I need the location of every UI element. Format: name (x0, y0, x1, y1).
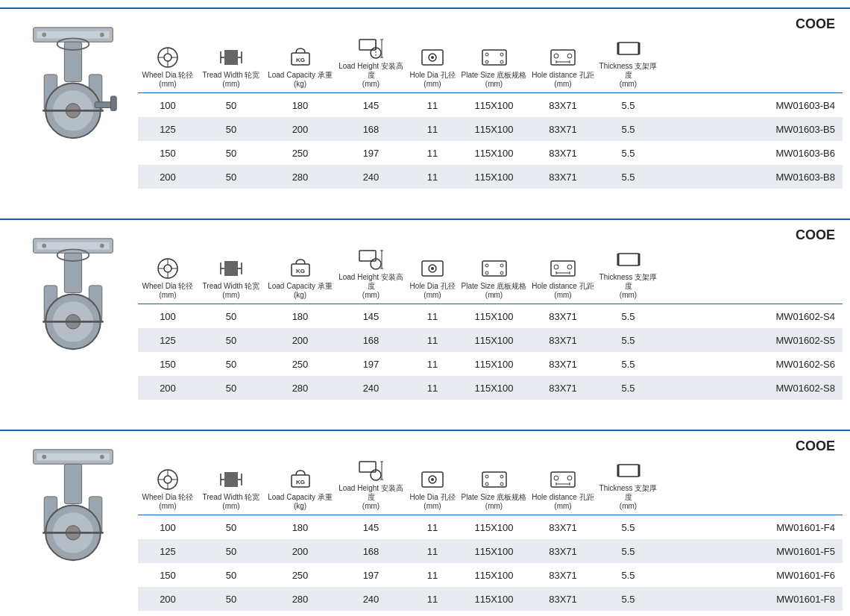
table-cell: 11 (406, 570, 459, 581)
load-capacity-icon: KG (286, 45, 315, 69)
table-cell: 50 (198, 570, 265, 581)
page-wrapper: COOE Wheel Dia 轮径(mm) (0, 0, 850, 616)
col-header-load-2: KG Load Capacity 承重(kg) (265, 257, 336, 300)
col-header-load-1: KG Load Capacity 承重(kg) (265, 45, 336, 89)
cooe-label-2: COOE (796, 227, 843, 246)
header-top-row-2: COOE (138, 227, 843, 246)
svg-point-51 (42, 244, 46, 248)
col-header-wheel-1: Wheel Dia 轮径(mm) (138, 45, 198, 89)
table-cell: 180 (265, 522, 336, 533)
col-header-plate-1: Plate Size 底板规格(mm) (459, 45, 529, 89)
table-cell: 50 (198, 100, 265, 111)
col-header-wheel-3: Wheel Dia 轮径(mm) (138, 468, 198, 511)
col-header-plate-3: Plate Size 底板规格(mm) (459, 468, 529, 511)
table-cell: 100 (138, 522, 198, 533)
table-cell: MW01603-B4 (660, 100, 843, 111)
col-header-tread-1: Tread Width 轮宽(mm) (198, 45, 265, 89)
table-cell: 115X100 (459, 124, 529, 135)
svg-rect-50 (37, 242, 109, 250)
svg-rect-92 (618, 254, 639, 265)
table-row: 1255020016811115X10083X715.5MW01602-S5 (138, 328, 843, 352)
table-cell: 11 (406, 335, 459, 346)
table-cell: 145 (336, 311, 406, 322)
table-cell: 115X100 (459, 383, 529, 394)
table-cell: MW01601-F8 (660, 594, 843, 605)
table-cell: 5.5 (596, 522, 660, 533)
table-cell: 11 (406, 172, 459, 183)
table-cell: 250 (265, 570, 336, 581)
table-row: 1255020016811115X10083X715.5MW01601-F5 (138, 539, 843, 563)
header-top-row-1: COOE (138, 16, 843, 35)
wheel-dia-icon (154, 45, 181, 69)
table-cell: 197 (336, 359, 406, 370)
svg-point-3 (99, 33, 104, 37)
svg-point-128 (500, 475, 503, 478)
table-cell: 5.5 (596, 359, 660, 370)
table-cell: 168 (336, 546, 406, 557)
table-cell: 125 (138, 335, 198, 346)
svg-text:KG: KG (296, 479, 305, 485)
table-cell: 11 (406, 546, 459, 557)
load-height-icon (356, 37, 386, 60)
table-cell: 115X100 (459, 100, 529, 111)
svg-rect-12 (110, 96, 116, 110)
product-image-1 (7, 16, 138, 151)
table-cell: 11 (406, 522, 459, 533)
table-cell: 115X100 (459, 546, 529, 557)
table-cell: 5.5 (596, 148, 660, 159)
table-cell: 50 (198, 335, 265, 346)
table-cell: 50 (198, 311, 265, 322)
svg-rect-1 (37, 31, 109, 39)
col-header-height-2: Load Height 安装高度(mm) (336, 248, 406, 300)
col-header-thick-3: Thickness 支架厚度(mm) (596, 459, 660, 511)
table-cell: 240 (336, 172, 406, 183)
product-image-3 (7, 439, 138, 573)
table-cell: 11 (406, 383, 459, 394)
col-header-plate-2: Plate Size 底板规格(mm) (459, 257, 529, 300)
svg-rect-46 (618, 43, 639, 54)
plate-size-icon-3 (479, 468, 509, 491)
col-header-holedist-2: Hole distance 孔距(mm) (529, 257, 596, 300)
table-cell: 83X71 (529, 383, 596, 394)
table-cell: 5.5 (596, 100, 660, 111)
thickness-icon-2 (615, 248, 642, 271)
svg-point-98 (99, 455, 104, 459)
table-cell: 200 (138, 172, 198, 183)
table-cell: 83X71 (529, 311, 596, 322)
table-cell: 168 (336, 335, 406, 346)
table-cell: 50 (198, 172, 265, 183)
table-cell: 115X100 (459, 359, 529, 370)
col-headers-3: Wheel Dia 轮径(mm) Tread Width 轮宽(mm) KG (138, 459, 843, 515)
table-cell: 168 (336, 124, 406, 135)
table-row: 1505025019711115X10083X715.5MW01602-S6 (138, 352, 843, 376)
hole-dia-icon (419, 45, 446, 69)
table-cell: 115X100 (459, 172, 529, 183)
svg-point-82 (485, 264, 488, 267)
thickness-icon (615, 37, 642, 60)
caster-swivel-icon (21, 235, 125, 354)
table-cell: 83X71 (529, 546, 596, 557)
table-cell: 5.5 (596, 124, 660, 135)
table-cell: 115X100 (459, 594, 529, 605)
table-cell: 5.5 (596, 570, 660, 581)
svg-point-129 (485, 483, 488, 485)
hole-distance-icon (548, 45, 578, 69)
table-cell: MW01602-S8 (660, 383, 843, 394)
table-cell: 200 (265, 335, 336, 346)
svg-point-34 (431, 56, 434, 59)
load-capacity-icon-3: KG (286, 468, 315, 491)
table-cell: 83X71 (529, 570, 596, 581)
table-cell: 5.5 (596, 335, 660, 346)
col-header-thick-1: Thickness 支架厚度(mm) (596, 37, 660, 89)
svg-rect-70 (224, 261, 238, 276)
table-cell: 83X71 (529, 124, 596, 135)
svg-point-132 (554, 476, 558, 480)
table-cell: 11 (406, 311, 459, 322)
table-cell: 83X71 (529, 522, 596, 533)
table-cell: MW01602-S5 (660, 335, 843, 346)
table-cell: 200 (265, 124, 336, 135)
table-cell: 83X71 (529, 172, 596, 183)
table-cell: 200 (138, 383, 198, 394)
table-cell: MW01603-B5 (660, 124, 843, 135)
svg-point-37 (500, 53, 503, 56)
